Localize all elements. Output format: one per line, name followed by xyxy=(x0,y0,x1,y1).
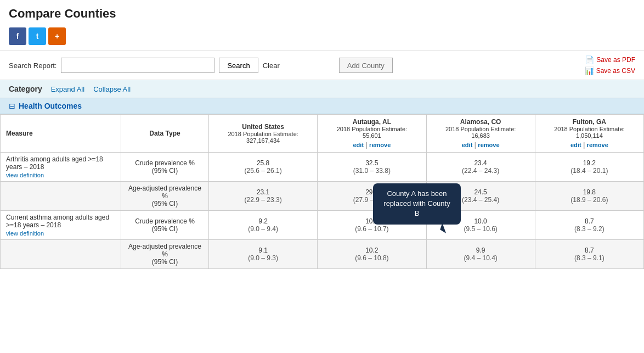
search-button[interactable]: Search xyxy=(219,58,258,73)
data-table: Measure Data Type United States 2018 Pop… xyxy=(0,114,644,269)
alamosa-pop-label: 2018 Population Estimate: xyxy=(432,126,529,132)
table-row: Current asthma among adults aged >=18 ye… xyxy=(1,211,644,240)
measure-cell: Arthritis among adults aged >=18 years –… xyxy=(1,153,121,182)
measure-cell: Current asthma among adults aged >=18 ye… xyxy=(1,211,121,240)
table-header-row: Measure Data Type United States 2018 Pop… xyxy=(1,115,644,153)
fulton-pop-label: 2018 Population Estimate: xyxy=(541,126,638,132)
datatype-cell: Crude prevalence %(95% CI) xyxy=(121,153,209,182)
autauga-edit-link[interactable]: edit xyxy=(353,142,364,148)
expand-all-link[interactable]: Expand All xyxy=(51,85,84,93)
alamosa-cell: 9.9(9.4 – 10.4) xyxy=(426,240,535,269)
fulton-remove-link[interactable]: remove xyxy=(587,142,608,148)
social-share-bar: f t + xyxy=(0,25,644,51)
autauga-pop-label: 2018 Population Estimate: xyxy=(323,126,420,132)
add-share-button[interactable]: + xyxy=(48,27,66,45)
toolbar: Search Report: Search Clear Add County 📄… xyxy=(0,51,644,80)
tooltip-bubble: County A has been replaced with County B xyxy=(373,183,461,225)
content-wrapper: County A has been replaced with County B… xyxy=(0,98,644,269)
save-csv-link[interactable]: 📊 Save as CSV xyxy=(585,66,635,75)
us-cell: 25.8(25.6 – 26.1) xyxy=(209,153,318,182)
search-report-label: Search Report: xyxy=(9,61,57,70)
view-definition-link[interactable]: view definition xyxy=(6,172,115,178)
autauga-cell: 32.5(31.0 – 33.8) xyxy=(318,153,426,182)
measure-cell xyxy=(1,182,121,211)
alamosa-cell: 23.4(22.4 – 24.3) xyxy=(426,153,535,182)
alamosa-edit-link[interactable]: edit xyxy=(462,142,473,148)
us-pop-value: 327,167,434 xyxy=(214,137,312,144)
datatype-cell: Age-adjusted prevalence %(95% CI) xyxy=(121,182,209,211)
us-cell: 23.1(22.9 – 23.3) xyxy=(209,182,318,211)
us-cell: 9.2(9.0 – 9.4) xyxy=(209,211,318,240)
us-pop-label: 2018 Population Estimate: xyxy=(214,131,312,137)
section-header: ⊟ Health Outcomes xyxy=(0,98,644,114)
datatype-cell: Age-adjusted prevalence %(95% CI) xyxy=(121,240,209,269)
clear-button[interactable]: Clear xyxy=(263,61,280,70)
table-row: Age-adjusted prevalence %(95% CI) 9.1(9.… xyxy=(1,240,644,269)
measure-header: Measure xyxy=(1,115,121,153)
fulton-cell: 19.2(18.4 – 20.1) xyxy=(535,153,643,182)
autauga-header: Autauga, AL 2018 Population Estimate: 55… xyxy=(318,115,426,153)
us-header: United States 2018 Population Estimate: … xyxy=(209,115,318,153)
pdf-icon: 📄 xyxy=(585,55,594,64)
datatype-cell: Crude prevalence %(95% CI) xyxy=(121,211,209,240)
table-row: Age-adjusted prevalence %(95% CI) 23.1(2… xyxy=(1,182,644,211)
section-title: Health Outcomes xyxy=(19,102,82,110)
save-pdf-link[interactable]: 📄 Save as PDF xyxy=(585,55,635,64)
fulton-cell: 8.7(8.3 – 9.2) xyxy=(535,211,643,240)
alamosa-remove-link[interactable]: remove xyxy=(478,142,499,148)
autauga-cell: 10.2(9.6 – 10.8) xyxy=(318,240,426,269)
search-input[interactable] xyxy=(61,58,214,73)
alamosa-pop-value: 16,683 xyxy=(432,132,529,139)
fulton-cell: 8.7(8.3 – 9.1) xyxy=(535,240,643,269)
table-row: Arthritis among adults aged >=18 years –… xyxy=(1,153,644,182)
fulton-cell: 19.8(18.9 – 20.6) xyxy=(535,182,643,211)
measure-cell xyxy=(1,240,121,269)
view-definition-link[interactable]: view definition xyxy=(6,230,115,237)
twitter-share-button[interactable]: t xyxy=(29,27,46,45)
autauga-remove-link[interactable]: remove xyxy=(369,142,391,148)
section-toggle-icon[interactable]: ⊟ xyxy=(9,102,15,110)
facebook-share-button[interactable]: f xyxy=(9,27,26,45)
collapse-all-link[interactable]: Collapse All xyxy=(93,85,131,93)
fulton-pop-value: 1,050,114 xyxy=(541,132,638,139)
export-links: 📄 Save as PDF 📊 Save as CSV xyxy=(585,55,635,75)
add-county-button[interactable]: Add County xyxy=(339,58,393,73)
fulton-header: Fulton, GA 2018 Population Estimate: 1,0… xyxy=(535,115,643,153)
page-title: Compare Counties xyxy=(0,0,644,25)
alamosa-header: Alamosa, CO 2018 Population Estimate: 16… xyxy=(426,115,535,153)
category-bar: Category Expand All Collapse All xyxy=(0,80,644,98)
us-cell: 9.1(9.0 – 9.3) xyxy=(209,240,318,269)
autauga-pop-value: 55,601 xyxy=(323,132,420,139)
fulton-edit-link[interactable]: edit xyxy=(570,142,581,148)
category-label: Category xyxy=(9,85,42,93)
csv-icon: 📊 xyxy=(585,66,594,75)
datatype-header: Data Type xyxy=(121,115,209,153)
